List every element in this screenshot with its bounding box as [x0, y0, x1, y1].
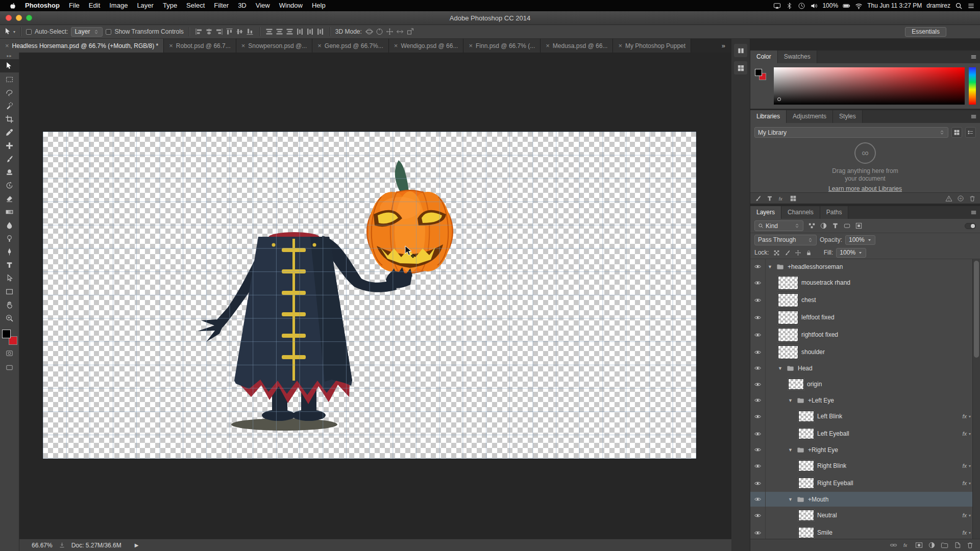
distribute-middle-icon[interactable]: [275, 28, 284, 36]
filter-type-button[interactable]: [830, 221, 840, 231]
disclosure-triangle-icon[interactable]: ▼: [778, 366, 783, 371]
apple-menu[interactable]: [5, 2, 20, 10]
lasso-tool[interactable]: [0, 86, 19, 99]
bluetooth-icon[interactable]: [786, 2, 793, 10]
layer-row-mousetrack-rhand[interactable]: mousetrack rhand: [750, 274, 972, 291]
collapsed-panel-columns-button[interactable]: [734, 44, 747, 57]
align-bottom-icon[interactable]: [246, 28, 254, 36]
fx-badge[interactable]: fx▾: [962, 480, 972, 486]
layer-row-neutral[interactable]: Neutralfx▾: [750, 507, 972, 524]
layer-row-head[interactable]: ▼Head: [750, 361, 972, 375]
visibility-toggle[interactable]: [750, 309, 766, 326]
lock-transparency-button[interactable]: [772, 248, 781, 257]
visibility-toggle[interactable]: [750, 343, 766, 361]
fx-chevron-icon[interactable]: ▾: [969, 414, 971, 419]
list-menu-icon[interactable]: [967, 2, 975, 10]
current-tool-preset[interactable]: ▾: [4, 28, 15, 36]
color-panel-menu-icon[interactable]: [970, 53, 977, 61]
eraser-tool[interactable]: [0, 192, 19, 205]
color-field[interactable]: [774, 67, 965, 105]
library-list-view-button[interactable]: [965, 127, 976, 138]
visibility-toggle[interactable]: [750, 408, 766, 425]
layer-filter-kind-select[interactable]: Kind: [754, 220, 803, 231]
visibility-toggle[interactable]: [750, 507, 766, 524]
distribute-center-h-icon[interactable]: [306, 28, 314, 36]
new-group-icon[interactable]: [941, 541, 948, 549]
distribute-top-icon[interactable]: [265, 28, 274, 36]
layer-thumbnail[interactable]: [798, 411, 814, 422]
menu-view[interactable]: View: [251, 0, 275, 11]
filter-shape-button[interactable]: [842, 221, 852, 231]
wifi-icon[interactable]: [855, 2, 863, 10]
distribute-right-icon[interactable]: [316, 28, 325, 36]
filter-smart-button[interactable]: [853, 221, 864, 231]
layers-tab-channels[interactable]: Channels: [781, 206, 820, 219]
auto-select-checkbox[interactable]: [26, 29, 32, 35]
time-machine-icon[interactable]: [798, 2, 805, 10]
visibility-toggle[interactable]: [750, 393, 766, 408]
align-left-icon[interactable]: [194, 28, 203, 36]
document-tab-5[interactable]: ×Wendigo.psd @ 66...: [389, 39, 464, 53]
visibility-toggle[interactable]: [750, 474, 766, 492]
visibility-toggle[interactable]: [750, 524, 766, 539]
menubar-user[interactable]: dramirez: [926, 2, 950, 9]
libraries-tab-libraries[interactable]: Libraries: [750, 110, 787, 123]
layer-row-right-blink[interactable]: Right Blinkfx▾: [750, 457, 972, 474]
fx-badge[interactable]: fx▾: [962, 413, 972, 419]
type-tool[interactable]: [0, 258, 19, 271]
fx-badge-icon[interactable]: fx: [778, 195, 785, 202]
delete-layer-icon[interactable]: [966, 541, 974, 549]
color-panel-fgbg-swatches[interactable]: [754, 67, 770, 105]
menu-layer[interactable]: Layer: [132, 0, 158, 11]
document-tab-1[interactable]: ×Headless Horseman.psd @ 66.7% (+Mouth, …: [0, 39, 164, 53]
screen-mode-button[interactable]: [0, 361, 19, 373]
quick-mask-button[interactable]: [0, 347, 19, 359]
tab-close-icon[interactable]: ×: [317, 42, 322, 49]
new-layer-icon[interactable]: [953, 541, 961, 549]
status-menu-arrow-icon[interactable]: ▶: [135, 542, 139, 548]
layer-row-left-blink[interactable]: Left Blinkfx▾: [750, 408, 972, 425]
lock-pixels-button[interactable]: [783, 248, 792, 257]
libraries-tab-styles[interactable]: Styles: [833, 110, 863, 123]
crop-tool[interactable]: [0, 112, 19, 126]
hand-tool[interactable]: [0, 298, 19, 311]
menu-3d[interactable]: 3D: [233, 0, 251, 11]
gradient-tool[interactable]: [0, 205, 19, 218]
type-icon[interactable]: [766, 195, 773, 202]
document-tab-6[interactable]: ×Finn.psd @ 66.7% (...: [463, 39, 541, 53]
tab-close-icon[interactable]: ×: [546, 42, 550, 49]
learn-libraries-link[interactable]: Learn more about Libraries: [828, 185, 902, 192]
minimize-window-button[interactable]: [16, 15, 22, 21]
tab-close-icon[interactable]: ×: [394, 42, 398, 49]
tab-close-icon[interactable]: ×: [618, 42, 622, 49]
layers-tab-paths[interactable]: Paths: [820, 206, 849, 219]
fx-chevron-icon[interactable]: ▾: [969, 432, 971, 436]
visibility-toggle[interactable]: [750, 492, 766, 507]
library-select[interactable]: My Library: [754, 127, 948, 138]
pen-tool[interactable]: [0, 245, 19, 258]
shape-tool[interactable]: [0, 285, 19, 298]
menu-filter[interactable]: Filter: [209, 0, 233, 11]
slide-3d-icon[interactable]: [396, 28, 404, 36]
align-middle-icon[interactable]: [235, 28, 244, 36]
layer-row--headlesshorseman[interactable]: ▼+headlesshorseman: [750, 259, 972, 274]
menu-select[interactable]: Select: [182, 0, 209, 11]
disclosure-triangle-icon[interactable]: ▼: [788, 398, 793, 403]
marquee-tool[interactable]: [0, 72, 19, 86]
foreground-color-swatch[interactable]: [2, 330, 11, 338]
zoom-level-input[interactable]: 66.67%: [32, 542, 53, 549]
menu-file[interactable]: File: [64, 0, 84, 11]
fx-chevron-icon[interactable]: ▾: [969, 481, 971, 486]
layers-tab-layers[interactable]: Layers: [750, 206, 781, 219]
eyedropper-tool[interactable]: [0, 126, 19, 139]
tab-close-icon[interactable]: ×: [169, 42, 173, 49]
layers-panel-menu-icon[interactable]: [970, 209, 977, 216]
move-tool[interactable]: [0, 59, 19, 72]
close-window-button[interactable]: [6, 15, 12, 21]
layer-row-right-eyeball[interactable]: Right Eyeballfx▾: [750, 474, 972, 492]
menu-type[interactable]: Type: [158, 0, 182, 11]
document-tab-8[interactable]: ×My Photoshop Puppet: [613, 39, 691, 53]
fx-chevron-icon[interactable]: ▾: [969, 531, 971, 535]
menubar-clock[interactable]: Thu Jun 11 3:27 PM: [867, 2, 922, 9]
layers-scrollbar[interactable]: [972, 259, 980, 539]
